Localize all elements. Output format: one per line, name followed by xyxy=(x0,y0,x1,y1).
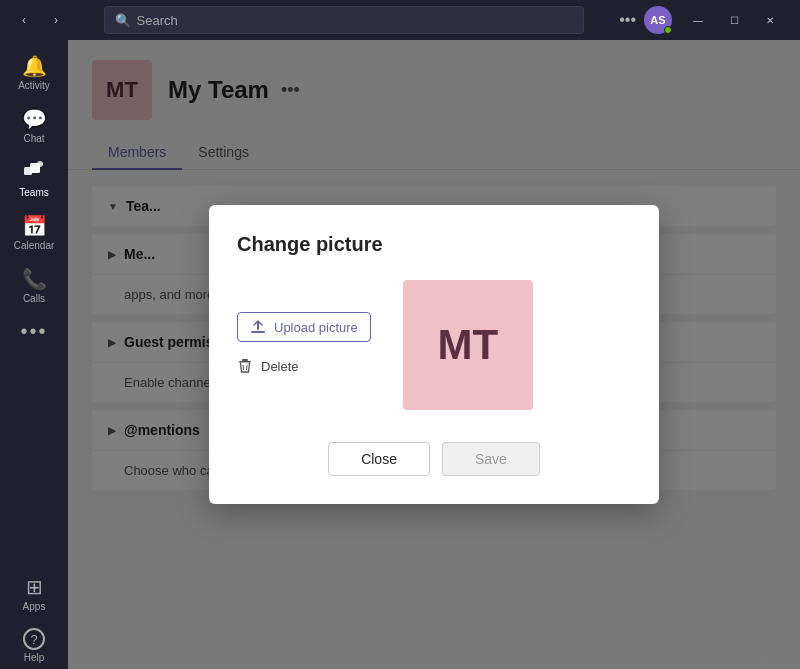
sidebar-item-more[interactable]: ••• xyxy=(6,314,62,349)
sidebar-item-teams[interactable]: Teams xyxy=(6,154,62,204)
dialog-actions: Upload picture xyxy=(237,280,371,410)
close-button[interactable]: ✕ xyxy=(752,6,788,34)
chat-icon: 💬 xyxy=(22,107,47,131)
nav-controls: ‹ › xyxy=(12,8,68,32)
svg-rect-5 xyxy=(242,359,248,361)
user-avatar[interactable]: AS xyxy=(644,6,672,34)
sidebar: 🔔 Activity 💬 Chat Teams 📅 Calendar 📞 Cal… xyxy=(0,40,68,669)
upload-icon xyxy=(250,319,266,335)
sidebar-item-apps[interactable]: ⊞ Apps xyxy=(6,569,62,618)
upload-label: Upload picture xyxy=(274,320,358,335)
delete-button[interactable]: Delete xyxy=(237,354,371,378)
title-bar-right: ••• AS — ☐ ✕ xyxy=(619,6,788,34)
dialog-footer: Close Save xyxy=(237,442,631,476)
sidebar-item-label: Calls xyxy=(23,293,45,304)
more-options-button[interactable]: ••• xyxy=(619,11,636,29)
title-bar: ‹ › 🔍 Search ••• AS — ☐ ✕ xyxy=(0,0,800,40)
dialog-title: Change picture xyxy=(237,233,631,256)
sidebar-item-label: Activity xyxy=(18,80,50,91)
dialog-overlay: Change picture Upload picture xyxy=(68,40,800,669)
delete-label: Delete xyxy=(261,359,299,374)
sidebar-item-calendar[interactable]: 📅 Calendar xyxy=(6,208,62,257)
calendar-icon: 📅 xyxy=(22,214,47,238)
calls-icon: 📞 xyxy=(22,267,47,291)
trash-icon xyxy=(237,358,253,374)
app-body: 🔔 Activity 💬 Chat Teams 📅 Calendar 📞 Cal… xyxy=(0,40,800,669)
dialog-body: Upload picture xyxy=(237,280,631,410)
sidebar-item-calls[interactable]: 📞 Calls xyxy=(6,261,62,310)
window-controls: — ☐ ✕ xyxy=(680,6,788,34)
sidebar-item-help[interactable]: ? Help xyxy=(6,622,62,669)
maximize-button[interactable]: ☐ xyxy=(716,6,752,34)
presence-dot xyxy=(664,26,672,34)
sidebar-item-label: Help xyxy=(24,652,45,663)
apps-icon: ⊞ xyxy=(26,575,43,599)
svg-point-2 xyxy=(37,161,43,167)
activity-icon: 🔔 xyxy=(22,54,47,78)
svg-line-7 xyxy=(243,365,244,370)
svg-rect-6 xyxy=(239,361,251,363)
sidebar-item-label: Apps xyxy=(23,601,46,612)
upload-picture-button[interactable]: Upload picture xyxy=(237,312,371,342)
sidebar-item-label: Chat xyxy=(23,133,44,144)
sidebar-item-activity[interactable]: 🔔 Activity xyxy=(6,48,62,97)
help-icon: ? xyxy=(23,628,45,650)
search-icon: 🔍 xyxy=(115,13,131,28)
nav-forward-button[interactable]: › xyxy=(44,8,68,32)
sidebar-item-chat[interactable]: 💬 Chat xyxy=(6,101,62,150)
sidebar-item-label: Teams xyxy=(19,187,48,198)
search-bar[interactable]: 🔍 Search xyxy=(104,6,584,34)
teams-icon xyxy=(23,160,45,185)
nav-back-button[interactable]: ‹ xyxy=(12,8,36,32)
close-dialog-button[interactable]: Close xyxy=(328,442,430,476)
svg-rect-3 xyxy=(251,331,265,333)
change-picture-dialog: Change picture Upload picture xyxy=(209,205,659,504)
search-placeholder: Search xyxy=(137,13,178,28)
more-icon: ••• xyxy=(20,320,47,343)
svg-line-8 xyxy=(247,365,248,370)
save-button[interactable]: Save xyxy=(442,442,540,476)
sidebar-item-label: Calendar xyxy=(14,240,55,251)
team-preview-avatar: MT xyxy=(403,280,533,410)
minimize-button[interactable]: — xyxy=(680,6,716,34)
main-content: MT My Team ••• Members Settings ▼ Tea...… xyxy=(68,40,800,669)
